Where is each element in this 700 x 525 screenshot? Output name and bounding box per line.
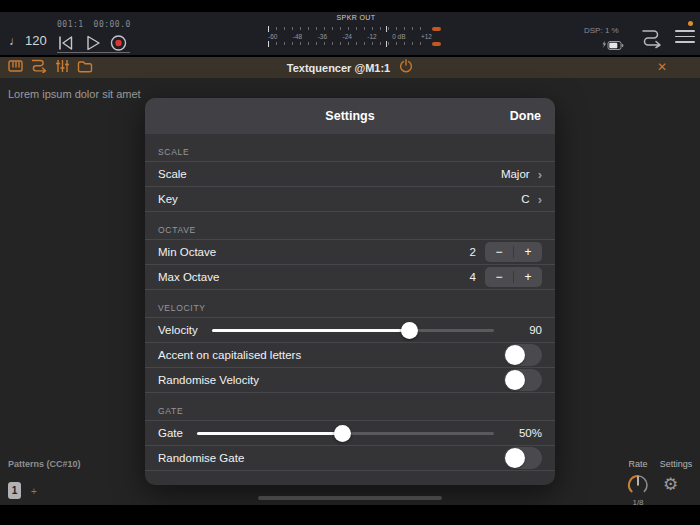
row-value: 2 <box>470 246 476 258</box>
section-velocity: VELOCITY Velocity 90 Accent on capitalis… <box>145 290 555 393</box>
row-randomise-gate: Randomise Gate <box>145 446 555 471</box>
row-label: Randomise Gate <box>158 452 244 464</box>
meter-tick: -36 <box>318 33 327 40</box>
section-header: VELOCITY <box>145 290 555 317</box>
row-key[interactable]: Key C › <box>145 187 555 212</box>
section-gate: GATE Gate 50% Randomise Gate <box>145 393 555 471</box>
meter-scale-labels: -60 -48 -36 -24 -12 0 dB +12 <box>268 33 432 40</box>
row-label: Velocity <box>158 324 198 336</box>
row-scale[interactable]: Scale Major › <box>145 162 555 187</box>
meter-tick: -48 <box>293 33 302 40</box>
quarter-note-icon: ♩ <box>9 34 21 48</box>
app-screen: ♩120 001:100:00.0 SPKR OUT -60 -48 -36 -… <box>0 0 700 525</box>
tempo-display[interactable]: ♩120 <box>9 33 47 48</box>
slider-value: 90 <box>508 324 542 336</box>
chevron-right-icon: › <box>538 193 542 206</box>
section-header: OCTAVE <box>145 212 555 239</box>
position-display: 001:100:00.0 <box>57 20 141 29</box>
row-accent-toggle: Accent on capitalised letters <box>145 343 555 368</box>
rate-knob[interactable] <box>626 473 650 501</box>
row-label: Gate <box>158 427 183 439</box>
row-label: Randomise Velocity <box>158 374 259 386</box>
row-label: Min Octave <box>158 246 216 258</box>
modal-title: Settings <box>325 109 374 123</box>
section-header: SCALE <box>145 134 555 161</box>
row-randomise-velocity: Randomise Velocity <box>145 368 555 393</box>
meter-label: SPKR OUT <box>268 14 444 21</box>
routing-icon[interactable] <box>638 28 664 54</box>
row-value: Major <box>501 168 530 180</box>
menu-icon[interactable] <box>675 30 695 44</box>
gate-slider[interactable] <box>197 432 494 435</box>
clip-indicator-right <box>432 42 441 46</box>
power-icon[interactable] <box>399 59 413 77</box>
plugin-title: Textquencer @M1:1 <box>287 62 390 74</box>
clip-indicator-left <box>432 27 441 31</box>
settings-modal: Settings Done SCALE Scale Major › Key C … <box>145 98 555 485</box>
row-gate: Gate 50% <box>145 421 555 446</box>
plugin-toolbar: Textquencer @M1:1 ✕ <box>0 57 700 78</box>
slider-thumb[interactable] <box>334 425 351 442</box>
position-bars: 001:1 <box>57 20 84 29</box>
close-icon[interactable]: ✕ <box>657 60 667 74</box>
section-octave: OCTAVE Min Octave 2 − + Max Octave 4 <box>145 212 555 290</box>
max-octave-stepper: − + <box>485 267 542 287</box>
decrement-button[interactable]: − <box>485 267 513 287</box>
slider-value: 50% <box>508 427 542 439</box>
done-button[interactable]: Done <box>510 109 541 123</box>
row-max-octave: Max Octave 4 − + <box>145 265 555 290</box>
row-velocity: Velocity 90 <box>145 318 555 343</box>
patterns-label: Patterns (CC#10) <box>8 459 81 469</box>
slider-thumb[interactable] <box>401 322 418 339</box>
decrement-button[interactable]: − <box>485 242 513 262</box>
row-label: Scale <box>158 168 187 180</box>
play-button[interactable] <box>86 35 106 52</box>
output-level-meter: SPKR OUT -60 -48 -36 -24 -12 0 dB +12 <box>268 14 444 52</box>
chevron-right-icon: › <box>538 168 542 181</box>
modal-header: Settings Done <box>145 98 555 134</box>
pattern-1-button[interactable]: 1 <box>8 482 21 499</box>
meter-tick: -60 <box>268 33 277 40</box>
rewind-button[interactable] <box>57 35 77 52</box>
row-label: Max Octave <box>158 271 219 283</box>
meter-tick: 0 dB <box>392 33 405 40</box>
row-label: Key <box>158 193 178 205</box>
horizontal-scrollbar[interactable] <box>258 496 442 500</box>
velocity-slider[interactable] <box>212 329 494 332</box>
battery-icon <box>601 37 625 55</box>
position-time: 00:00.0 <box>94 20 131 29</box>
record-button[interactable] <box>110 35 130 52</box>
settings-label: Settings <box>655 459 697 469</box>
randomise-gate-toggle[interactable] <box>504 447 542 469</box>
meter-tick-strip-right <box>268 41 428 47</box>
meter-tick: -12 <box>367 33 376 40</box>
rate-value: 1/8 <box>620 498 656 507</box>
meter-tick: -24 <box>342 33 351 40</box>
row-value: C <box>521 193 529 205</box>
row-min-octave: Min Octave 2 − + <box>145 240 555 265</box>
randomise-velocity-toggle[interactable] <box>504 369 542 391</box>
menu-notification-dot <box>688 21 693 26</box>
transport-underline <box>57 52 130 53</box>
meter-tick: +12 <box>421 33 432 40</box>
increment-button[interactable]: + <box>514 267 542 287</box>
dsp-usage-label: DSP: 1 % <box>584 26 619 35</box>
rate-label: Rate <box>620 459 656 469</box>
row-label: Accent on capitalised letters <box>158 349 301 361</box>
section-scale: SCALE Scale Major › Key C › <box>145 134 555 212</box>
transport-bar: ♩120 001:100:00.0 SPKR OUT -60 -48 -36 -… <box>0 12 700 55</box>
row-value: 4 <box>470 271 476 283</box>
add-pattern-button[interactable]: + <box>31 486 37 497</box>
tempo-value: 120 <box>25 33 47 48</box>
increment-button[interactable]: + <box>514 242 542 262</box>
sequence-text[interactable]: Lorem ipsum dolor sit amet <box>8 88 141 100</box>
section-header: GATE <box>145 393 555 420</box>
gear-icon[interactable]: ⚙ <box>663 474 678 495</box>
meter-tick-strip-left <box>268 26 428 32</box>
min-octave-stepper: − + <box>485 242 542 262</box>
accent-toggle[interactable] <box>504 344 542 366</box>
